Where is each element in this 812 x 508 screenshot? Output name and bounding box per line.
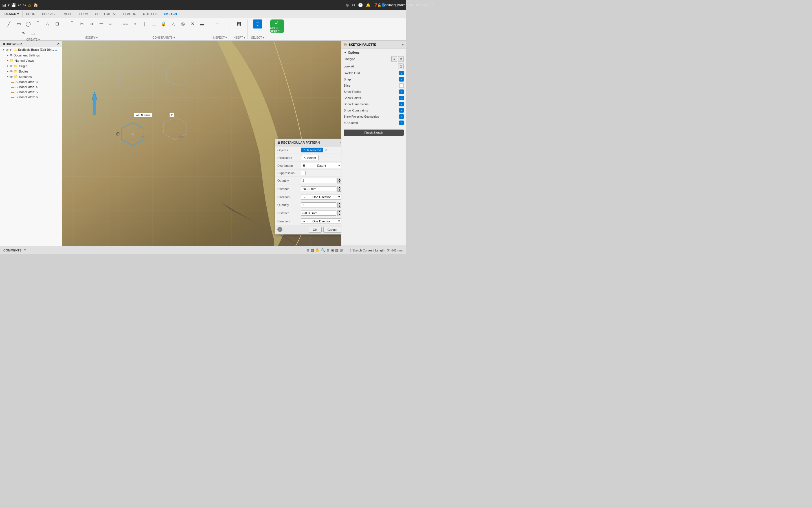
point-tool[interactable]: · [38,29,47,38]
triangle-tool[interactable]: △ [43,19,52,29]
break-tool[interactable]: 〜 [96,19,105,29]
hatch-tool[interactable]: ≡≡ [121,19,130,29]
show-projected-checkbox[interactable]: ✓ [399,114,404,119]
nav-icons[interactable]: ⊕ [306,248,310,252]
hand-icon[interactable]: ✋ [315,248,320,252]
tab-solid[interactable]: SOLID [22,11,39,17]
slot-tool[interactable]: ⊟ [52,19,61,29]
dist1-spinner[interactable]: ▲ ▼ [337,186,342,192]
clock-icon[interactable]: 🕐 [358,3,363,7]
tab-mesh[interactable]: MESH [60,11,76,17]
snap-checkbox[interactable]: ✓ [399,77,404,82]
parallel-constraint[interactable]: ∥ [140,19,149,29]
sidebar-item-sp13[interactable]: ▬ SurfacePatch13 [0,79,62,84]
tri-constraint[interactable]: △ [169,19,178,29]
sidebar-item-sketches[interactable]: ▶ 👁 📁 Sketches [0,74,62,79]
dist2-down-btn[interactable]: ▼ [337,213,342,216]
ok-button[interactable]: OK [309,227,322,232]
sidebar-item-sp14[interactable]: ▬ SurfacePatch14 [0,84,62,89]
tab-form[interactable]: FORM [76,11,92,17]
3d-sketch-checkbox[interactable]: ✓ [399,121,404,125]
tab-surface[interactable]: SURFACE [39,11,60,17]
arc-tool[interactable]: ⌒ [33,19,42,29]
qty2-down-btn[interactable]: ▼ [337,205,342,208]
app-menu-icon[interactable]: ▾ [8,3,10,7]
show-profile-checkbox[interactable]: ✓ [399,89,404,94]
suppression-checkbox[interactable] [301,171,306,175]
sidebar-item-origin[interactable]: ▶ 👁 📁 Origin [0,63,62,69]
sketch-palette-expand-icon[interactable]: » [402,43,404,47]
circle-constraint[interactable]: ○ [130,19,139,29]
rect-constraint[interactable]: ▬ [197,19,207,29]
objects-selected-btn[interactable]: ↖ 6 selected [301,147,323,153]
direction-select-btn[interactable]: ↖ Select [301,155,319,160]
look-at-icon[interactable]: ⊡ [398,64,404,69]
cancel-button[interactable]: Cancel [323,227,342,232]
sidebar-item-doc-settings[interactable]: ▶ ⚙ Document Settings [0,52,62,58]
dir2-select[interactable]: → One Direction ▾ [301,218,342,224]
display-icon[interactable]: ▦ [335,248,339,252]
show-constraints-checkbox[interactable]: ✓ [399,108,404,113]
extend-tool[interactable]: ⊃ [87,19,96,29]
cross-constraint[interactable]: ✕ [188,19,197,29]
dist2-up-btn[interactable]: ▲ [337,210,342,213]
line-tool[interactable]: ╱ [4,19,13,29]
zoom-icon[interactable]: ⊕ [326,248,329,252]
qty1-input[interactable] [301,178,336,183]
save-icon[interactable]: 💾 [11,3,16,7]
show-points-checkbox[interactable]: ✓ [399,96,404,100]
sidebar-item-sp15[interactable]: ▬ SurfacePatch15 [0,89,62,94]
dist1-input[interactable] [301,186,336,192]
browser-collapse-icon[interactable]: ◀ [2,42,4,46]
home-icon[interactable]: 🏠 [33,3,38,7]
linetype-left-icon[interactable]: « [391,56,397,62]
qty1-down-btn[interactable]: ▼ [337,181,342,183]
add-tab-icon[interactable]: ⊕ [346,3,349,7]
lock-constraint[interactable]: 🔒 [159,19,168,29]
dist1-down-btn[interactable]: ▼ [337,189,342,192]
sidebar-item-bodies[interactable]: ▶ 👁 📁 Bodies [0,69,62,74]
circle-tool[interactable]: ◯ [24,19,33,29]
tab-sheet-metal[interactable]: SHEET METAL [92,11,120,17]
sidebar-item-named-views[interactable]: ▶ 📁 Named Views [0,58,62,63]
distribution-select[interactable]: ⊞ Extent ▾ [301,163,342,168]
info-btn[interactable]: i [277,227,282,232]
sidebar-item-sp16[interactable]: ▬ SurfacePatch16 [0,94,62,100]
more-icon[interactable]: ⊞ [340,248,343,252]
dist1-up-btn[interactable]: ▲ [337,186,342,189]
notification-icon[interactable]: 🔔 [366,3,370,7]
dir1-select[interactable]: → One Direction ▾ [301,194,342,200]
measure-tool[interactable]: ⊣⊢ [215,19,224,29]
app-grid-icon[interactable]: ⊞ [2,3,6,8]
objects-clear-icon[interactable]: ✕ [325,148,327,152]
undo-icon[interactable]: ↩ [18,3,21,7]
grid-icon[interactable]: ▦ [311,248,314,252]
options-title[interactable]: ▼ Options [344,50,404,55]
fillet-tool[interactable]: ⌒ [67,19,77,29]
conic-tool[interactable]: ⌓ [29,29,38,38]
tab-utilities[interactable]: UTILITIES [140,11,161,17]
qty1-up-btn[interactable]: ▲ [337,178,342,181]
view-mode-icon[interactable]: ▣ [331,248,334,252]
trim-tool[interactable]: ✂ [77,19,86,29]
sketch-grid-checkbox[interactable]: ✓ [399,71,404,75]
tab-sketch[interactable]: SKETCH [161,11,180,17]
redo-icon[interactable]: ↪ [23,3,26,7]
select-tool[interactable]: ⬡ [253,19,262,29]
finish-sketch-palette-btn[interactable]: Finish Sketch [344,130,404,136]
comments-label[interactable]: COMMENTS [3,249,21,252]
dist2-input[interactable] [301,211,336,216]
spline-tool[interactable]: ∿ [19,29,28,38]
tab-plastic[interactable]: PLASTIC [120,11,140,17]
sidebar-item-root[interactable]: ▼ 👁 🗋 ⚠ Scoliosis Brace (Edit Diri... ● [0,47,62,52]
show-dimensions-checkbox[interactable]: ✓ [399,102,404,107]
dist2-spinner[interactable]: ▲ ▼ [337,210,342,216]
comments-add-icon[interactable]: ⊕ [24,248,26,252]
offset-tool[interactable]: ≡ [106,19,115,29]
insert-image-tool[interactable]: 🖼 [234,19,243,29]
rectangle-tool[interactable]: ▭ [14,19,23,29]
slice-checkbox[interactable] [399,83,404,88]
perp-constraint[interactable]: ⊥ [149,19,159,29]
linetype-right-icon[interactable]: ⊟ [398,56,404,62]
qty2-input[interactable] [301,202,336,207]
